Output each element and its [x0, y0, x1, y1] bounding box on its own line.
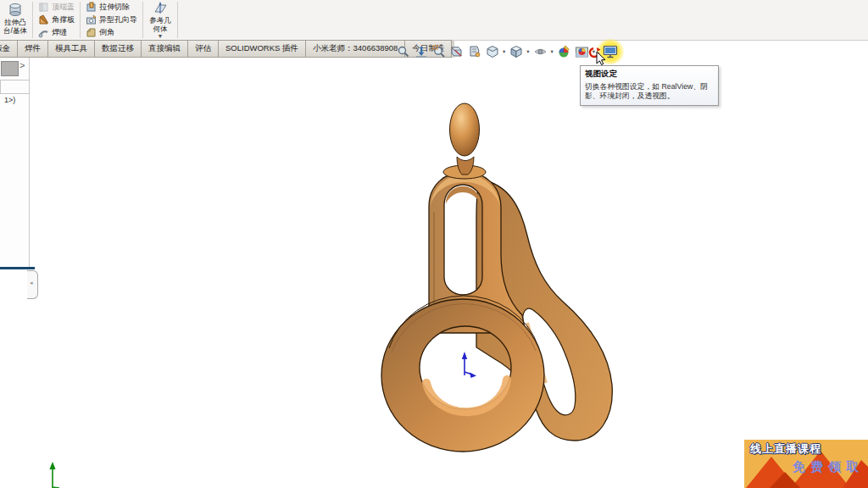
watermark-subtitle: 免费领取	[793, 459, 864, 475]
view-orientation-icon	[509, 45, 523, 58]
graphics-area[interactable]	[0, 0, 868, 488]
model-ring[interactable]	[381, 299, 544, 452]
edit-appearance-icon	[557, 45, 571, 59]
hide-show-items-caret-icon[interactable]: ▾	[551, 48, 554, 55]
hide-show-items-button[interactable]	[532, 44, 548, 60]
tooltip-body: 切换各种视图设定，如 RealView、阴影、环境封闭，及透视图。	[585, 82, 714, 101]
display-style-button[interactable]	[484, 44, 500, 60]
edit-appearance-button[interactable]	[556, 44, 572, 60]
zoom-to-fit-button[interactable]	[395, 44, 411, 60]
mouse-cursor	[587, 45, 609, 67]
origin-marker	[462, 352, 476, 378]
display-style-icon	[486, 45, 499, 58]
zoom-to-area-icon	[432, 45, 446, 58]
section-view-button[interactable]	[448, 44, 465, 60]
3d-model[interactable]	[381, 103, 612, 452]
hide-show-items-icon	[533, 45, 548, 58]
dynamic-annotation-views-icon	[468, 45, 481, 58]
zoom-to-area-button[interactable]	[431, 44, 447, 60]
coordinate-triad	[49, 462, 59, 488]
view-orientation-caret-icon[interactable]: ▾	[526, 48, 529, 55]
zoom-to-fit-icon	[397, 45, 410, 58]
solidworks-window: 拉伸凸 台/基体 顶端盖 角撑板	[0, 0, 868, 488]
normal-to-button[interactable]	[413, 44, 429, 60]
display-style-caret-icon[interactable]: ▾	[503, 48, 505, 55]
model-ring-innerwall	[426, 380, 507, 412]
watermark-title: 线上直播课程	[750, 441, 821, 457]
section-view-icon	[450, 45, 464, 58]
tooltip-title: 视图设定	[585, 69, 714, 80]
dynamic-annotation-views-button[interactable]	[466, 44, 482, 60]
normal-to-icon	[415, 45, 428, 58]
view-settings-tooltip: 视图设定 切换各种视图设定，如 RealView、阴影、环境封闭，及透视图。	[580, 65, 719, 106]
model-egg-knob[interactable]	[450, 103, 480, 156]
view-orientation-button[interactable]	[508, 44, 524, 60]
watermark-banner: 线上直播课程 免费领取	[744, 440, 868, 488]
